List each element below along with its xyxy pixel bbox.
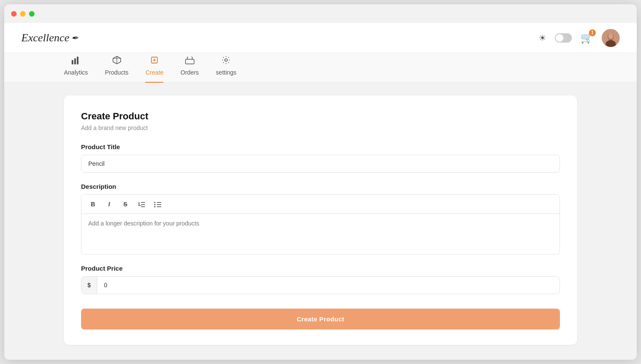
products-icon [113, 56, 121, 66]
create-product-card: Create Product Add a brand new product P… [64, 95, 577, 345]
logo-text: Excellence [21, 32, 70, 44]
avatar-image [602, 29, 620, 47]
svg-point-14 [225, 59, 227, 61]
italic-button[interactable]: I [103, 198, 116, 210]
price-input[interactable] [97, 277, 560, 294]
orders-label: Orders [180, 69, 199, 76]
description-editor: B I S 1. [81, 194, 560, 254]
nav-item-orders[interactable]: Orders [180, 57, 199, 83]
app-window: Excellence ✒ ☀ 🛒 1 [4, 4, 637, 360]
cart-button[interactable]: 🛒 1 [580, 32, 593, 44]
nav-item-products[interactable]: Products [105, 56, 128, 83]
svg-point-3 [608, 33, 613, 39]
analytics-label: Analytics [64, 69, 88, 76]
logo: Excellence ✒ [21, 32, 78, 44]
product-title-input[interactable] [81, 155, 560, 173]
strikethrough-button[interactable]: S [119, 198, 132, 210]
user-avatar[interactable] [602, 29, 620, 47]
orders-icon [185, 57, 194, 66]
svg-point-21 [154, 206, 156, 208]
main-content: Create Product Add a brand new product P… [4, 83, 637, 360]
create-icon [150, 56, 159, 66]
svg-point-20 [154, 204, 156, 205]
bold-button[interactable]: B [87, 198, 99, 210]
svg-rect-4 [72, 60, 73, 64]
settings-icon [222, 56, 230, 66]
minimize-button[interactable] [20, 11, 26, 17]
analytics-icon [72, 57, 80, 66]
description-textarea[interactable] [81, 214, 560, 252]
theme-icon[interactable]: ☀ [539, 33, 546, 43]
price-input-wrapper: $ [81, 276, 560, 294]
products-label: Products [105, 69, 128, 76]
form-subtitle: Add a brand new product [81, 124, 560, 131]
cart-badge: 1 [589, 29, 596, 36]
nav-bar: Analytics Products Create [4, 53, 637, 83]
nav-item-analytics[interactable]: Analytics [64, 57, 88, 83]
editor-toolbar: B I S 1. [81, 195, 560, 214]
settings-label: settings [216, 69, 236, 76]
description-field-group: Description B I S 1. [81, 183, 560, 254]
price-field-group: Product Price $ [81, 265, 560, 294]
svg-rect-6 [77, 57, 78, 64]
create-product-button[interactable]: Create Product [81, 309, 560, 329]
titlebar [4, 4, 637, 23]
svg-point-19 [154, 202, 156, 203]
unordered-list-button[interactable] [151, 198, 164, 210]
description-label: Description [81, 183, 560, 190]
close-button[interactable] [11, 11, 17, 17]
nav-item-settings[interactable]: settings [216, 56, 236, 83]
header: Excellence ✒ ☀ 🛒 1 [4, 23, 637, 53]
price-prefix: $ [81, 277, 97, 294]
svg-rect-13 [186, 59, 194, 64]
product-title-label: Product Title [81, 143, 560, 150]
svg-text:1.: 1. [138, 202, 142, 207]
theme-toggle[interactable] [555, 33, 572, 43]
product-title-field-group: Product Title [81, 143, 560, 173]
svg-rect-5 [74, 58, 76, 64]
price-label: Product Price [81, 265, 560, 272]
nav-item-create[interactable]: Create [145, 56, 163, 83]
fullscreen-button[interactable] [29, 11, 35, 17]
header-actions: ☀ 🛒 1 [539, 29, 620, 47]
ordered-list-button[interactable]: 1. [135, 198, 148, 210]
form-title: Create Product [81, 111, 560, 122]
logo-pen-icon: ✒ [71, 33, 78, 43]
create-label: Create [145, 69, 163, 76]
